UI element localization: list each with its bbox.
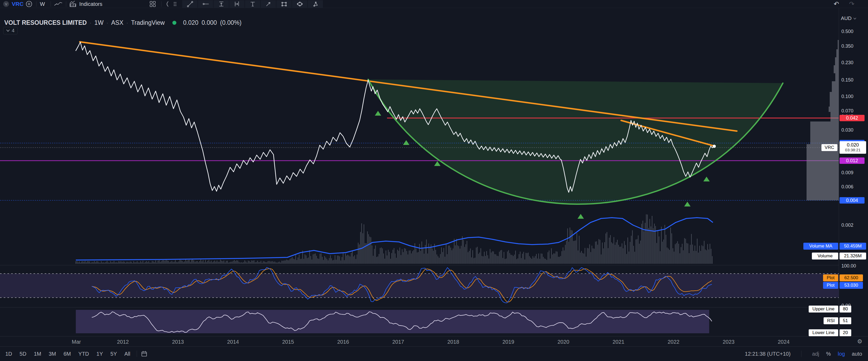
legend-interval[interactable]: 1W [94,19,104,26]
range-1d[interactable]: 1D [3,350,15,358]
rsi-lower-label-name[interactable]: Lower Line [809,329,838,336]
price-line-label: 0.042 [840,115,865,121]
legend-collapse-button[interactable]: 4 [3,27,18,34]
adjust-toggle[interactable]: adj [812,351,819,357]
time-axis-label: 2017 [392,339,404,345]
range-1y[interactable]: 1Y [94,350,105,358]
range-ytd[interactable]: YTD [76,350,92,358]
hidden-indicators-count: 4 [12,28,14,33]
auto-scale-toggle[interactable]: auto [852,351,862,357]
stoch-plot2-label-name[interactable]: Plot [823,282,838,289]
range-6m[interactable]: 6M [61,350,74,358]
tool-text[interactable] [245,0,260,8]
stoch-plot2-label-value: 53.030 [840,282,863,289]
price-grid-label: 0.150 [841,77,854,83]
legend-price: 0.020 [183,19,198,26]
currency-selector[interactable]: AUD [841,16,857,21]
time-axis-label: 2012 [117,339,129,345]
trend-line-icon [186,1,193,7]
legend-change: 0.000 [202,19,217,26]
tool-trend-line[interactable] [182,0,197,8]
volume-profile [807,40,839,200]
rsi-upper-label-name[interactable]: Upper Line [809,306,838,312]
stoch-plot1-label-name[interactable]: Plot [823,274,838,281]
top-toolbar: V VRC W Indicators [0,0,868,8]
volume-label-value: 21.326M [840,253,866,259]
time-axis-label: 2018 [447,339,459,345]
legend-change-pct: (0.00%) [220,19,242,26]
rsi-label-name[interactable]: RSI [824,317,838,324]
divider [51,1,51,7]
range-5y[interactable]: 5Y [108,350,119,358]
rsi-band [76,310,709,333]
range-1m[interactable]: 1M [31,350,44,358]
range-3m[interactable]: 3M [46,350,59,358]
clock[interactable]: 12:21:38 (UTC+10) [745,351,790,357]
legend-exchange[interactable]: ASX [111,19,123,26]
chart-style-button[interactable] [54,0,63,8]
calendar-icon [141,350,148,357]
interval-button[interactable]: W [40,0,45,8]
price-line-label: 0.004 [840,197,865,203]
avatar: V [3,1,9,7]
market-status-dot[interactable] [173,21,176,25]
price-grid-label: 0.030 [841,127,854,133]
rsi-upper-label-value: 80 [840,306,851,312]
price-grid-label: 0.009 [841,170,854,175]
indicators-button[interactable]: Indicators [69,0,102,8]
gear-icon[interactable]: ⚙ [857,338,862,345]
time-axis[interactable]: ⚙ Mar20122013201420152016201720182019202… [0,336,868,346]
rsi-lower-label-value: 20 [840,329,851,336]
redo-button[interactable]: ↷ [849,0,855,8]
curve-tool-icon[interactable] [164,0,171,8]
drawing-anchor-dot[interactable] [713,145,716,148]
chevron-down-icon [6,29,10,32]
time-axis-label: 2015 [282,339,294,345]
time-axis-label: 2016 [337,339,349,345]
tool-arrow[interactable] [261,0,276,8]
cup-pattern-fill [368,79,783,204]
bottom-toolbar: 1D5D1M3M6MYTD1Y5YAll 12:21:38 (UTC+10) a… [0,346,868,361]
go-to-date-button[interactable] [141,350,148,357]
chart-canvas[interactable] [0,0,839,336]
tool-date-range[interactable] [214,0,229,8]
user-avatar[interactable]: V [3,0,9,8]
rsi-label-value: 51 [840,317,851,324]
volume-label-name[interactable]: Volume [812,253,838,259]
symbol-title[interactable]: VOLT RESOURCES LIMITED [4,19,87,26]
separator-dot: · [126,20,128,26]
time-axis-label: 2019 [502,339,515,345]
tool-price-range[interactable] [229,0,245,8]
separator-dot: · [90,20,92,26]
price-grid-label: 0.500 [841,29,854,34]
layout-grid-button[interactable] [149,0,156,8]
drag-grip-icon[interactable] [173,0,177,8]
chart-legend[interactable]: VOLT RESOURCES LIMITED · 1W · ASX · Trad… [4,19,242,26]
percent-scale-toggle[interactable]: % [826,351,831,357]
ellipse-icon [296,1,303,7]
tool-triangle[interactable] [308,0,323,8]
volume-ma-label-value: 50.459M [840,243,866,250]
chevron-down-icon [853,17,857,20]
price-grid-label: 0.006 [841,184,854,190]
indicators-icon [69,1,77,7]
last-price-symbol-tag: VRC [822,144,837,151]
tool-rectangle[interactable] [276,0,291,8]
bar-countdown: 03:38:21 [845,148,861,152]
add-symbol-button[interactable] [26,0,32,8]
date-ranges: 1D5D1M3M6MYTD1Y5YAll [0,350,133,358]
legend-source[interactable]: TradingView [131,19,165,26]
price-range-icon [234,1,241,7]
undo-button[interactable]: ↶ [834,0,839,8]
tool-horizontal-ray[interactable] [198,0,213,8]
log-scale-toggle[interactable]: log [838,351,845,357]
time-axis-label: 2023 [723,339,735,345]
arrow-icon [265,1,272,7]
range-5d[interactable]: 5D [17,350,29,358]
time-axis-label: Mar [72,339,81,345]
time-axis-label: 2024 [778,339,790,345]
range-all[interactable]: All [122,350,133,358]
volume-ma-label-name[interactable]: Volume MA [803,243,838,250]
time-axis-label: 2022 [668,339,680,345]
tool-ellipse[interactable] [292,0,307,8]
